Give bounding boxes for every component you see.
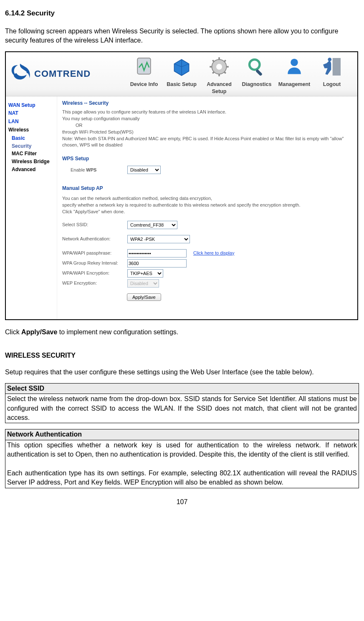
wps-select[interactable]: Disabled (127, 166, 161, 174)
setup-text: Setup requires that the user configure t… (5, 368, 359, 377)
sidebar-wireless[interactable]: Wireless (8, 126, 55, 134)
wep-select: Disabled (127, 279, 159, 288)
ssid-table-header: Select SSID (5, 383, 359, 394)
svg-point-0 (22, 66, 24, 68)
logo-swirl-icon (8, 62, 32, 86)
manual-p1: You can set the network authentication m… (62, 195, 354, 202)
nav-management[interactable]: Management (276, 53, 313, 96)
svg-point-8 (291, 58, 298, 66)
auth-table-header: Network Authentication (5, 429, 359, 440)
router-screenshot: COMTREND Device Info Basic Setup Advance… (5, 51, 358, 320)
content-or: OR (76, 122, 354, 129)
nav-label: Diagnostics (238, 81, 276, 88)
rekey-input[interactable] (127, 259, 187, 268)
sidebar-basic[interactable]: Basic (12, 135, 55, 142)
device-info-icon (125, 53, 163, 81)
nav-label: Basic Setup (163, 81, 200, 88)
ssid-label: Select SSID: (62, 222, 125, 228)
content-p3: through WiFi Protcted Setup(WPS) (62, 129, 354, 135)
content-title: Wireless -- Security (62, 100, 354, 107)
nav-label: Management (276, 81, 313, 88)
sidebar: WAN Setup NAT LAN Wireless Basic Securit… (6, 96, 57, 320)
svg-point-5 (216, 64, 222, 70)
wps-label: Enable WPS (62, 167, 125, 173)
nav-diagnostics[interactable]: Diagnostics (238, 53, 276, 96)
nav-label: Advanced Setup (200, 81, 238, 96)
nav-logout[interactable]: Logout (313, 53, 351, 96)
management-icon (276, 53, 313, 81)
top-nav: Device Info Basic Setup Advanced Setup D… (125, 53, 351, 96)
pass-display-link[interactable]: Click here to display (193, 250, 234, 256)
auth-table: Network Authentication This option speci… (5, 429, 359, 488)
basic-setup-icon (163, 53, 200, 81)
advanced-setup-icon (200, 53, 238, 81)
manual-p3: Click "Apply/Save" when done. (62, 209, 354, 215)
svg-rect-7 (255, 69, 263, 76)
content-panel: Wireless -- Security This page allows yo… (57, 96, 357, 320)
content-p1: This page allows you to configure securi… (62, 109, 354, 115)
svg-point-10 (328, 58, 331, 61)
logo: COMTREND (8, 62, 121, 86)
auth-label: Network Authentication: (62, 236, 125, 242)
pass-label: WPA/WAPI passphrase: (62, 250, 125, 256)
topbar: COMTREND Device Info Basic Setup Advance… (6, 52, 357, 96)
sidebar-nat[interactable]: NAT (8, 110, 55, 117)
diagnostics-icon (238, 53, 276, 81)
wep-label: WEP Encryption: (62, 280, 125, 286)
nav-label: Device Info (125, 81, 163, 88)
manual-p2: specify whether a network key is require… (62, 202, 354, 208)
enc-label: WPA/WAPI Encryption: (62, 270, 125, 276)
wps-header: WPS Setup (62, 155, 354, 162)
ssid-table-body: Select the wireless network name from th… (5, 394, 359, 423)
wireless-security-heading: WIRELESS SECURITY (5, 351, 359, 360)
pass-input[interactable] (127, 249, 187, 257)
auth-table-body: This option specifies whether a network … (5, 440, 359, 488)
sidebar-mac-filter[interactable]: MAC Filter (12, 150, 55, 157)
rekey-label: WPA Group Rekey Interval: (62, 260, 125, 266)
apply-save-button[interactable]: Apply/Save (127, 293, 161, 301)
sidebar-wan-setup[interactable]: WAN Setup (8, 102, 55, 109)
ssid-select[interactable]: Comtrend_FF38 (127, 221, 177, 229)
auth-select[interactable]: WPA2 -PSK (127, 235, 190, 243)
content-p4: Note: When both STA PIN and Authorized M… (62, 136, 354, 148)
page-number: 107 (5, 497, 359, 507)
sidebar-security[interactable]: Security (12, 143, 55, 150)
nav-advanced-setup[interactable]: Advanced Setup (200, 53, 238, 96)
content-p2: You may setup configuration manually (62, 116, 354, 122)
section-title: 6.14.2 Security (5, 8, 359, 18)
svg-point-1 (25, 68, 27, 70)
sidebar-wireless-bridge[interactable]: Wireless Bridge (12, 158, 55, 165)
svg-point-2 (27, 72, 28, 73)
nav-basic-setup[interactable]: Basic Setup (163, 53, 200, 96)
enc-select[interactable]: TKIP+AES (127, 269, 163, 278)
ssid-table: Select SSID Select the wireless network … (5, 383, 359, 424)
svg-point-6 (250, 59, 260, 70)
logo-text: COMTREND (34, 68, 91, 81)
manual-header: Manual Setup AP (62, 185, 354, 192)
sidebar-lan[interactable]: LAN (8, 118, 55, 125)
intro-paragraph: The following screen appears when Wirele… (5, 27, 359, 45)
nav-device-info[interactable]: Device Info (125, 53, 163, 96)
sidebar-advanced[interactable]: Advanced (12, 166, 55, 173)
logout-icon (313, 53, 351, 81)
svg-rect-9 (333, 58, 341, 76)
nav-label: Logout (313, 81, 351, 88)
post-screenshot-text: Click Apply/Save to implement new config… (5, 328, 359, 337)
